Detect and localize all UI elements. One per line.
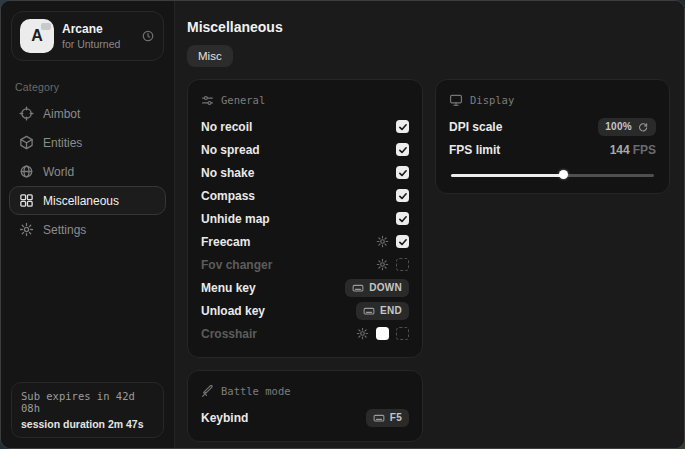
setting-row-no-spread: No spread <box>201 138 409 161</box>
setting-label: Crosshair <box>201 327 356 341</box>
setting-row-freecam: Freecam <box>201 230 409 253</box>
fov-changer-settings-gear-icon[interactable] <box>376 258 389 271</box>
panel-title: General <box>221 94 265 106</box>
setting-row-no-recoil: No recoil <box>201 115 409 138</box>
sidebar-item-label: Settings <box>43 223 86 237</box>
setting-row-unload-key: Unload keyEND <box>201 299 409 322</box>
setting-row-crosshair: Crosshair <box>201 322 409 345</box>
no-recoil-checkbox[interactable] <box>396 120 409 133</box>
display-panel: DisplayDPI scale100%FPS limit144FPS <box>435 79 670 194</box>
page-title: Miscellaneous <box>187 19 670 35</box>
tab-misc[interactable]: Misc <box>187 45 233 67</box>
slider-fill <box>451 174 563 177</box>
setting-label: FPS limit <box>449 143 610 157</box>
left-column: GeneralNo recoilNo spreadNo shakeCompass… <box>187 79 423 442</box>
brand-text: Arcane for Unturned <box>62 22 133 50</box>
fov-changer-checkbox[interactable] <box>396 258 409 271</box>
keyboard-icon <box>363 305 375 317</box>
crosshair-settings-gear-icon[interactable] <box>356 327 369 340</box>
setting-row-unhide-map: Unhide map <box>201 207 409 230</box>
setting-label: No spread <box>201 143 396 157</box>
sidebar-item-label: Aimbot <box>43 107 80 121</box>
panel-header: Display <box>449 91 656 109</box>
keyboard-icon <box>373 412 385 424</box>
battle-mode-panel: Battle modeKeybindF5 <box>187 370 423 442</box>
refresh-icon[interactable] <box>141 29 155 43</box>
menu-key-keybind-badge[interactable]: DOWN <box>345 279 409 297</box>
gear-icon <box>19 222 34 237</box>
setting-label: Keybind <box>201 411 366 425</box>
unload-key-keybind-badge[interactable]: END <box>356 302 409 320</box>
subscription-info-card: Sub expires in 42d 08h session duration … <box>11 382 164 438</box>
right-column: DisplayDPI scale100%FPS limit144FPS <box>435 79 670 194</box>
sidebar-item-label: Entities <box>43 136 82 150</box>
row-controls <box>396 120 409 133</box>
keybind-value: F5 <box>390 412 402 423</box>
app-window: A Arcane for Unturned Category AimbotEnt… <box>0 0 685 449</box>
setting-row-dpi-scale: DPI scale100% <box>449 115 656 138</box>
keybind-keybind-badge[interactable]: F5 <box>366 409 409 427</box>
keyboard-icon <box>352 282 364 294</box>
sidebar-item-label: World <box>43 165 74 179</box>
panel-title: Battle mode <box>221 385 291 397</box>
row-controls: 144FPS <box>610 143 656 157</box>
crosshair-checkbox[interactable] <box>396 327 409 340</box>
globe-icon <box>19 164 34 179</box>
crosshair-icon <box>19 106 34 121</box>
freecam-checkbox[interactable] <box>396 235 409 248</box>
session-duration-text: session duration 2m 47s <box>21 418 154 430</box>
grid-icon <box>19 193 34 208</box>
monitor-icon <box>449 93 463 107</box>
tab-label: Misc <box>198 50 222 62</box>
sub-expiry-text: Sub expires in 42d 08h <box>21 390 154 414</box>
row-controls <box>376 235 409 248</box>
setting-label: No recoil <box>201 120 396 134</box>
no-spread-checkbox[interactable] <box>396 143 409 156</box>
setting-label: DPI scale <box>449 120 598 134</box>
setting-row-compass: Compass <box>201 184 409 207</box>
no-shake-checkbox[interactable] <box>396 166 409 179</box>
sidebar-item-label: Miscellaneous <box>43 194 119 208</box>
cycle-icon <box>637 121 649 133</box>
keybind-value: END <box>380 305 402 316</box>
category-label: Category <box>15 81 160 93</box>
keybind-value: DOWN <box>369 282 402 293</box>
unhide-map-checkbox[interactable] <box>396 212 409 225</box>
slider-thumb[interactable] <box>559 170 568 179</box>
setting-label: Unload key <box>201 304 356 318</box>
sidebar: A Arcane for Unturned Category AimbotEnt… <box>1 1 175 448</box>
setting-row-keybind: KeybindF5 <box>201 406 409 429</box>
row-controls: F5 <box>366 409 409 427</box>
setting-label: Menu key <box>201 281 345 295</box>
sidebar-item-settings[interactable]: Settings <box>9 215 166 244</box>
sidebar-item-miscellaneous[interactable]: Miscellaneous <box>9 186 166 215</box>
row-controls: END <box>356 302 409 320</box>
sidebar-item-entities[interactable]: Entities <box>9 128 166 157</box>
row-controls <box>396 189 409 202</box>
freecam-settings-gear-icon[interactable] <box>376 235 389 248</box>
row-controls <box>356 327 409 340</box>
setting-label: Fov changer <box>201 258 376 272</box>
row-controls: 100% <box>598 118 656 136</box>
row-controls: DOWN <box>345 279 409 297</box>
dpi-scale-value-badge[interactable]: 100% <box>598 118 656 136</box>
sidebar-item-aimbot[interactable]: Aimbot <box>9 99 166 128</box>
sidebar-item-world[interactable]: World <box>9 157 166 186</box>
sword-icon <box>201 385 214 398</box>
tab-bar: Misc <box>187 45 670 67</box>
sliders-icon <box>201 94 214 107</box>
fps-limit-value: 144FPS <box>610 143 656 157</box>
brand-name: Arcane <box>62 22 133 36</box>
crosshair-color-swatch[interactable] <box>376 327 389 340</box>
setting-label: No shake <box>201 166 396 180</box>
sidebar-spacer <box>1 244 174 372</box>
setting-row-no-shake: No shake <box>201 161 409 184</box>
row-controls <box>396 166 409 179</box>
setting-label: Freecam <box>201 235 376 249</box>
general-panel: GeneralNo recoilNo spreadNo shakeCompass… <box>187 79 423 358</box>
category-nav: AimbotEntitiesWorldMiscellaneousSettings <box>1 99 174 244</box>
row-controls <box>376 258 409 271</box>
fps-limit-slider[interactable] <box>449 169 656 181</box>
compass-checkbox[interactable] <box>396 189 409 202</box>
setting-row-fov-changer: Fov changer <box>201 253 409 276</box>
